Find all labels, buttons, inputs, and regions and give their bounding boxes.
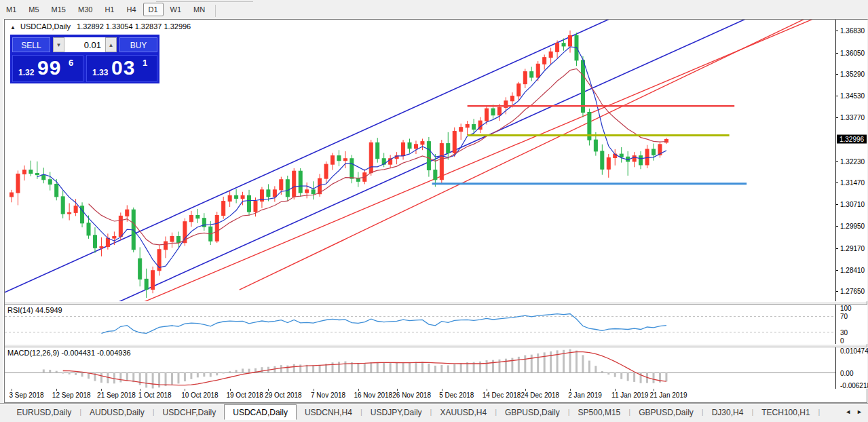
rsi-indicator-panel[interactable]: RSI(14) 44.5949 [5,305,835,345]
collapse-quote-panel-icon[interactable]: ▲ [10,24,16,31]
date-tick-mark [140,389,140,391]
chart-tab-gbpusd-daily[interactable]: GBPUSD,Daily [630,405,702,419]
price-tick-mark [836,53,838,54]
chart-tab-audusd-daily[interactable]: AUDUSD,Daily [81,405,153,419]
timeframe-button-d1[interactable]: D1 [143,3,164,16]
date-tick-label: 14 Dec 2018 [483,391,521,399]
macd-axis[interactable]: 0.0104740.00-0.006218 [835,347,867,389]
chart-tab-usdchf-daily[interactable]: USDCHF,Daily [155,405,225,419]
date-tick-label: 7 Nov 2018 [311,391,345,399]
mt4-terminal-window: M1M5M15M30H1H4D1W1MN ▲ USDCAD,Daily 1.32… [0,0,868,422]
timeframe-button-w1[interactable]: W1 [165,3,187,16]
buy-button[interactable]: BUY [119,37,157,52]
date-tick-mark [230,389,231,391]
price-tick-mark [836,291,838,292]
date-tick-mark [397,389,398,391]
macd-tick-label: -0.006218 [840,382,868,389]
toolbar-dock-edge [156,1,253,2]
date-tick-label: 24 Dec 2018 [521,391,559,399]
price-tick-label: 1.29950 [840,223,865,230]
volume-input[interactable] [64,37,105,52]
price-tick-mark [836,248,838,249]
axis-corner [835,389,867,402]
buy-price-box[interactable]: 1.33 03 1 [86,55,157,82]
date-tick-label: 1 Oct 2018 [138,391,172,399]
chart-tab-sp500-m15[interactable]: SP500,M15 [570,405,629,419]
buy-price-point: 1 [143,58,147,68]
sell-price-box[interactable]: 1.32 99 6 [12,55,83,82]
volume-increase-icon[interactable]: ▲ [105,37,117,52]
date-tick-label: 16 Nov 2018 [354,391,392,399]
price-tick-label: 1.28410 [840,266,865,273]
date-tick-mark [525,389,526,391]
chart-symbol-label: USDCAD,Daily [20,22,71,31]
date-tick-mark [654,389,654,391]
date-tick-label: 21 Sep 2018 [97,391,136,399]
timeframe-button-m5[interactable]: M5 [23,3,44,16]
volume-decrease-icon[interactable]: ▼ [53,37,64,52]
timeframe-button-m30[interactable]: M30 [73,3,98,16]
chart-tab-eurusd-daily[interactable]: EURUSD,Daily [8,405,79,419]
price-tick-mark [836,74,838,75]
current-price-tag: 1.32996 [837,135,867,144]
price-tick-label: 1.29170 [840,244,865,252]
timeframe-button-m15[interactable]: M15 [46,3,71,16]
timeframe-button-h1[interactable]: H1 [99,3,119,16]
price-tick-mark [836,204,838,205]
price-tick-mark [836,161,838,162]
macd-tick-label: 0.010474 [840,347,868,355]
rsi-tick-label: 0 [840,337,844,345]
rsi-tick-label: 70 [840,313,848,320]
macd-indicator-panel[interactable]: MACD(12,26,9) -0.004431 -0.004936 [5,347,835,389]
sell-button[interactable]: SELL [12,37,50,52]
macd-label: MACD(12,26,9) -0.004431 -0.004936 [7,349,131,357]
tab-scroll-right-icon[interactable]: ► [856,408,863,415]
date-tick-mark [12,389,12,391]
sell-price-pips: 99 [37,56,61,79]
price-tick-label: 1.27650 [840,288,865,295]
main-chart-panel[interactable]: ▲ USDCAD,Daily 1.32892 1.33054 1.32837 1… [5,20,835,302]
timeframe-buttons: M1M5M15M30H1H4D1W1MN [0,3,211,14]
price-tick-mark [836,31,838,31]
macd-histogram [43,349,668,389]
price-tick-mark [836,183,838,183]
macd-tick-label: 0.00 [840,369,853,377]
date-tick-label: 29 Oct 2018 [265,391,301,399]
rsi-axis[interactable]: 10070300 [835,305,867,344]
chart-tab-bar: EURUSD,Daily|AUDUSD,Daily|USDCHF,DailyUS… [0,403,868,422]
chart-tab-usdjpy-daily[interactable]: USDJPY,Daily [362,405,430,419]
timeframe-button-m1[interactable]: M1 [1,3,22,16]
sell-price-base: 1.32 [18,68,34,77]
sell-price-point: 6 [69,58,73,68]
date-tick-label: 26 Nov 2018 [392,391,431,399]
rsi-tick-label: 30 [840,328,848,336]
date-tick-label: 19 Oct 2018 [226,391,263,399]
date-tick-mark [487,389,487,391]
macd-values: -0.004431 -0.004936 [61,349,130,357]
date-tick-mark [314,389,314,391]
tab-separator: | [818,408,820,416]
chart-tab-tech100-h1[interactable]: TECH100,H1 [753,405,818,419]
tab-scroll-left-icon[interactable]: ◄ [845,408,851,415]
time-axis[interactable]: 3 Sep 201812 Sep 201821 Sep 20181 Oct 20… [5,389,835,402]
chart-tab-dj30-h4[interactable]: DJ30,H4 [704,405,752,419]
price-tick-mark [836,270,838,271]
chart-tab-gbpusd-daily[interactable]: GBPUSD,Daily [497,405,568,419]
price-tick-label: 1.30710 [840,201,865,208]
timeframe-button-h4[interactable]: H4 [121,3,141,16]
chart-ohlc-values: 1.32892 1.33054 1.32837 1.32996 [77,22,191,31]
price-tick-label: 1.32230 [840,157,865,165]
price-axis[interactable]: 1.368301.360501.352901.345301.337701.322… [835,20,867,301]
toolbar-separator [215,5,216,17]
date-tick-mark [56,389,57,391]
chart-tab-usdcad-daily[interactable]: USDCAD,Daily [224,404,297,420]
price-tick-label: 1.36050 [840,49,865,56]
date-tick-label: 3 Sep 2018 [9,391,43,399]
chart-tab-xauusd-h4[interactable]: XAUUSD,H4 [432,405,495,419]
rsi-canvas[interactable] [5,305,835,344]
price-tick-label: 1.33770 [840,114,865,121]
trade-panel-top-row: SELL ▼ ▲ BUY [12,37,157,52]
chart-tab-usdcnh-h4[interactable]: USDCNH,H4 [297,405,360,419]
tab-scroll-arrows: ◄► [842,408,865,415]
timeframe-button-mn[interactable]: MN [188,3,210,16]
